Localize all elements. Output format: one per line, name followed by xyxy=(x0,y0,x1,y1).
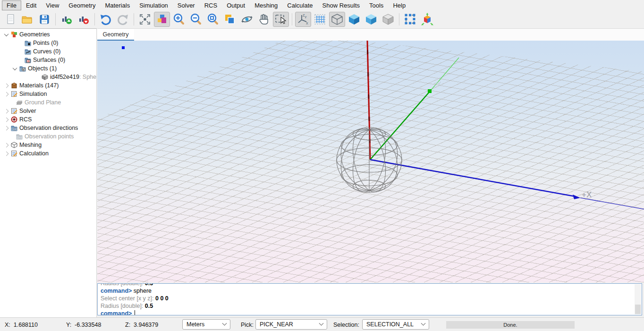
flat-view-button[interactable] xyxy=(380,12,396,27)
solid-view-button[interactable] xyxy=(346,12,362,27)
redo-button[interactable] xyxy=(115,12,131,27)
expander-closed-icon[interactable] xyxy=(4,143,9,147)
expander-closed-icon[interactable] xyxy=(4,117,9,122)
scene-svg: +Y +X xyxy=(97,41,644,282)
simulation-icon xyxy=(11,91,17,97)
menu-materials[interactable]: Materials xyxy=(100,0,135,10)
sphere-object-icon xyxy=(42,74,48,80)
command-console[interactable]: Radius [double]: 0.5 command> sphere Sel… xyxy=(97,283,642,315)
menu-calculate[interactable]: Calculate xyxy=(282,0,317,10)
import-button[interactable] xyxy=(59,12,75,27)
meshing-icon xyxy=(11,142,17,148)
tree-item-materials[interactable]: Materials (147) xyxy=(0,81,96,90)
tree-item-ground-plane[interactable]: Ground Plane xyxy=(0,98,96,107)
tree-item-label: Ground Plane xyxy=(25,99,61,106)
tab-geometry[interactable]: Geometry xyxy=(97,29,134,41)
open-folder-button[interactable] xyxy=(19,12,35,27)
axes-toggle-button[interactable]: ZYX xyxy=(295,12,311,27)
tree-item-meshing[interactable]: Meshing xyxy=(0,141,96,149)
menu-simulation[interactable]: Simulation xyxy=(135,0,173,10)
tree-item-sphere[interactable]: id4f52e419 : Sphere xyxy=(0,73,96,81)
tree-item-label: Observation points xyxy=(25,133,74,140)
menu-edit[interactable]: Edit xyxy=(21,0,41,10)
tree-item-points[interactable]: Points (0) xyxy=(0,39,96,47)
tree-item-rcs[interactable]: RCS xyxy=(0,115,96,124)
tree-item-objects[interactable]: Objects (1) xyxy=(0,64,96,73)
menu-show-results[interactable]: Show Results xyxy=(318,0,364,10)
menu-tools[interactable]: Tools xyxy=(364,0,388,10)
coord-x: X: 1.688110 xyxy=(5,322,38,328)
units-select[interactable]: Meters xyxy=(182,319,230,330)
tree-item-solver[interactable]: Solver xyxy=(0,107,96,115)
expander-closed-icon[interactable] xyxy=(4,151,9,156)
viewport-tab-bar: Geometry xyxy=(97,28,644,41)
selection-handles-button[interactable] xyxy=(402,12,418,27)
zoom-window-icon xyxy=(207,13,219,25)
expander-closed-icon[interactable] xyxy=(4,83,9,88)
menu-output[interactable]: Output xyxy=(222,0,250,10)
axis-y-label: +Y xyxy=(433,80,441,87)
console-value: 0.5 xyxy=(145,283,153,287)
tree-item-observation-points[interactable]: Observation points xyxy=(0,132,96,141)
viewport-3d[interactable]: +Y +X xyxy=(97,41,644,282)
zoom-in-button[interactable] xyxy=(171,12,187,27)
console-log: Radius [double]: 0.5 command> sphere Sel… xyxy=(101,283,633,315)
orbit-button[interactable] xyxy=(239,12,255,27)
tree-item-surfaces[interactable]: Surfaces (0) xyxy=(0,56,96,64)
expander-closed-icon[interactable] xyxy=(4,126,9,130)
export-button[interactable] xyxy=(76,12,92,27)
overlay-squares-icon xyxy=(224,13,236,25)
pivot-axes-button[interactable] xyxy=(419,12,435,27)
menu-rcs[interactable]: RCS xyxy=(200,0,222,10)
menu-file[interactable]: File xyxy=(2,0,21,10)
undo-button[interactable] xyxy=(98,12,114,27)
tree-item-observation-directions[interactable]: Observation directions xyxy=(0,124,96,132)
expander-closed-icon[interactable] xyxy=(4,92,9,96)
console-value: sphere xyxy=(134,288,152,294)
zoom-window-button[interactable] xyxy=(205,12,221,27)
expander-open-icon[interactable] xyxy=(13,66,17,70)
shaded-view-button[interactable] xyxy=(363,12,379,27)
selection-label: Selection: xyxy=(333,322,359,328)
console-command-prompt: command> xyxy=(101,310,134,315)
overlay-squares-button[interactable] xyxy=(222,12,238,27)
wireframe-sphere[interactable] xyxy=(337,127,402,193)
console-input-line[interactable]: command> xyxy=(101,310,633,315)
observation-directions-icon xyxy=(11,125,17,131)
new-file-button[interactable] xyxy=(2,12,18,27)
grid-toggle-button[interactable] xyxy=(312,12,328,27)
menu-meshing[interactable]: Meshing xyxy=(250,0,282,10)
wireframe-view-button[interactable] xyxy=(329,12,345,27)
console-line: Select center [x y z]: 0 0 0 xyxy=(101,295,633,302)
expander-open-icon[interactable] xyxy=(4,32,9,36)
save-button[interactable] xyxy=(36,12,52,27)
model-tree-panel: Geometries Points (0) Curves (0) Surface… xyxy=(0,28,97,317)
undo-icon xyxy=(99,13,112,25)
pick-select[interactable]: PICK_NEAR xyxy=(255,319,327,330)
console-prompt: Select center [x y z]: xyxy=(101,295,155,302)
tree-item-label: Solver xyxy=(19,108,36,114)
console-scrollbar-thumb[interactable] xyxy=(635,305,641,314)
pick-value: PICK_NEAR xyxy=(260,321,293,328)
menu-geometry[interactable]: Geometry xyxy=(64,0,100,10)
tree-item-geometries[interactable]: Geometries xyxy=(0,30,96,39)
pan-button[interactable] xyxy=(256,12,272,27)
menu-view[interactable]: View xyxy=(41,0,64,10)
view-cubes-button[interactable] xyxy=(154,12,170,27)
tree-item-simulation[interactable]: Simulation xyxy=(0,90,96,98)
select-button[interactable] xyxy=(273,12,289,27)
objects-folder-icon xyxy=(19,65,26,72)
tree-item-label: Simulation xyxy=(19,91,47,97)
progress-bar: Done. xyxy=(446,321,575,329)
console-prompt: Radius [double]: xyxy=(101,283,145,287)
console-scrollbar[interactable] xyxy=(635,284,641,314)
selection-select[interactable]: SELECTION_ALL xyxy=(362,319,429,330)
fit-view-button[interactable] xyxy=(137,12,153,27)
menu-help[interactable]: Help xyxy=(388,0,410,10)
tree-item-calculation[interactable]: Calculation xyxy=(0,149,96,158)
zoom-out-button[interactable] xyxy=(188,12,204,27)
tree-item-curves[interactable]: Curves (0) xyxy=(0,47,96,56)
console-line: Radius [double]: 0.5 xyxy=(101,302,633,310)
menu-solver[interactable]: Solver xyxy=(173,0,200,10)
expander-closed-icon[interactable] xyxy=(4,109,9,113)
